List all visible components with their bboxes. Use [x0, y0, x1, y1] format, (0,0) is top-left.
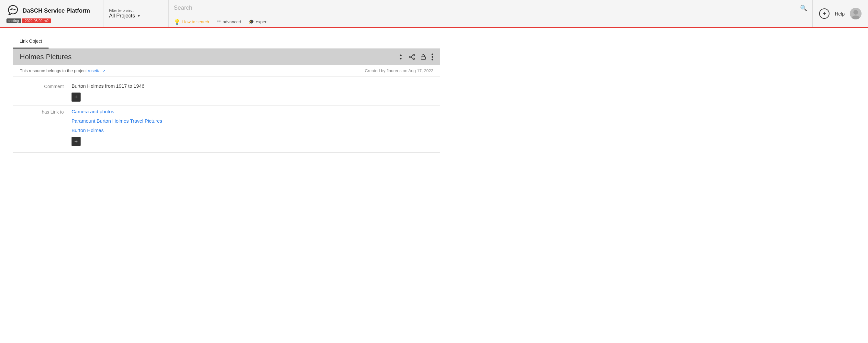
add-comment-button[interactable]: +: [71, 93, 81, 102]
how-to-search-button[interactable]: 💡 How to search: [174, 19, 209, 25]
project-link[interactable]: rosetta: [88, 68, 101, 73]
tab-link-object[interactable]: Link Object: [13, 35, 49, 49]
svg-line-8: [411, 57, 413, 58]
resource-actions: [398, 53, 433, 61]
lock-button[interactable]: [421, 54, 426, 60]
resource-meta: This resource belongs to the project ros…: [13, 65, 440, 77]
svg-point-6: [410, 56, 411, 58]
filter-area: Filter by project All Projects ▼: [103, 0, 168, 27]
resource-card: Holmes Pictures: [13, 49, 440, 153]
has-link-to-field-row: has Link to Camera and photos Paramount …: [13, 105, 440, 149]
comment-field-row: Comment Burton Holmes from 1917 to 1946 …: [13, 80, 440, 105]
logo-text: DaSCH Service Platform: [23, 7, 90, 14]
created-by-text: Created by flaurens on Aug 17, 2022: [365, 68, 433, 73]
tabs: Link Object: [13, 35, 440, 49]
svg-line-9: [411, 55, 413, 56]
filter-dropdown[interactable]: All Projects ▼: [109, 13, 141, 19]
resource-body: Comment Burton Holmes from 1917 to 1946 …: [13, 77, 440, 152]
project-text: This resource belongs to the project: [20, 68, 87, 73]
svg-point-12: [432, 56, 433, 58]
svg-point-3: [854, 10, 858, 14]
advanced-icon: ☷: [217, 19, 221, 24]
svg-point-13: [432, 59, 433, 61]
expert-search-button[interactable]: 🎓 expert: [249, 19, 267, 24]
badge-testing: testing: [6, 19, 21, 23]
user-avatar[interactable]: [850, 8, 862, 20]
filter-dropdown-text: All Projects: [109, 13, 135, 19]
add-button[interactable]: +: [819, 8, 830, 19]
svg-point-7: [413, 58, 414, 60]
svg-point-1: [14, 9, 16, 10]
share-button[interactable]: [409, 54, 415, 60]
bulb-icon: 💡: [174, 19, 180, 25]
svg-point-0: [10, 9, 12, 10]
advanced-search-button[interactable]: ☷ advanced: [217, 19, 241, 24]
version-badge: testing 2022.08.02-rc2: [6, 19, 51, 23]
help-button[interactable]: Help: [835, 11, 845, 17]
expert-icon: 🎓: [249, 19, 254, 24]
external-link-icon: ↗: [102, 69, 105, 73]
svg-point-11: [432, 54, 433, 55]
advanced-label: advanced: [223, 20, 241, 24]
has-link-to-label: has Link to: [20, 109, 71, 115]
header: DaSCH Service Platform testing 2022.08.0…: [0, 0, 868, 28]
resource-title: Holmes Pictures: [20, 53, 398, 61]
header-actions: + Help: [812, 0, 868, 27]
link-item-1[interactable]: Paramount Burton Holmes Travel Pictures: [71, 118, 433, 124]
comment-label: Comment: [20, 83, 71, 89]
main-content: Link Object Holmes Pictures: [0, 28, 453, 159]
expert-label: expert: [256, 20, 267, 24]
search-top: 🔍: [168, 0, 812, 16]
filter-label: Filter by project: [109, 8, 133, 12]
search-icon[interactable]: 🔍: [800, 4, 807, 12]
add-link-button[interactable]: +: [71, 137, 81, 146]
logo-icon: [6, 4, 20, 17]
has-link-to-value: Camera and photos Paramount Burton Holme…: [71, 109, 433, 146]
resource-card-header: Holmes Pictures: [13, 49, 440, 65]
logo-area: DaSCH Service Platform testing 2022.08.0…: [0, 0, 103, 27]
how-to-search-label: How to search: [182, 20, 209, 24]
search-input[interactable]: [174, 4, 800, 11]
expand-button[interactable]: [398, 54, 404, 60]
link-item-0[interactable]: Camera and photos: [71, 109, 433, 114]
more-options-button[interactable]: [431, 53, 433, 61]
search-bottom: 💡 How to search ☷ advanced 🎓 expert: [168, 16, 812, 27]
search-area: 🔍 💡 How to search ☷ advanced 🎓 expert: [168, 0, 812, 27]
badge-version: 2022.08.02-rc2: [22, 19, 51, 23]
svg-rect-10: [421, 57, 426, 59]
svg-point-5: [413, 54, 414, 56]
link-item-2[interactable]: Burton Holmes: [71, 127, 433, 133]
comment-value: Burton Holmes from 1917 to 1946 +: [71, 83, 433, 102]
resource-project-info: This resource belongs to the project ros…: [20, 68, 105, 73]
chevron-down-icon: ▼: [137, 13, 141, 18]
